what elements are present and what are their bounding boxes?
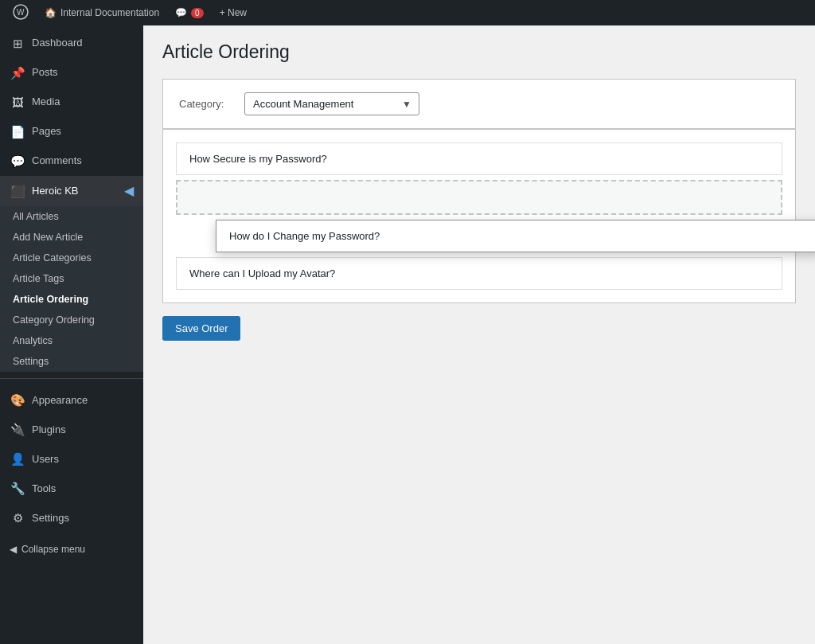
category-row: Category: Account Management Getting Sta… [163, 80, 795, 129]
articles-card: How Secure is my Password? How do I Chan… [162, 130, 796, 303]
sidebar-bottom-nav: 🎨 Appearance 🔌 Plugins 👤 Users 🔧 Tools ⚙… [0, 382, 143, 536]
comments-icon: 💬 [175, 7, 187, 18]
heroickb-icon: ⬛ [10, 183, 25, 200]
sidebar-item-plugins[interactable]: 🔌 Plugins [0, 415, 143, 444]
article-drag-container: How do I Change my Password? [176, 220, 782, 252]
page-title: Article Ordering [162, 41, 796, 63]
sidebar-label-plugins: Plugins [32, 423, 66, 437]
sidebar-item-posts[interactable]: 📌 Posts [0, 58, 143, 88]
heroickb-arrow-icon: ◀ [124, 182, 134, 200]
sidebar-label-heroickb: Heroic KB [32, 184, 79, 198]
sidebar-item-heroickb[interactable]: ⬛ Heroic KB ◀ [0, 176, 143, 206]
sidebar-label-users: Users [32, 452, 59, 466]
category-select[interactable]: Account Management Getting Started Billi… [244, 92, 419, 115]
sidebar-item-tools[interactable]: 🔧 Tools [0, 474, 143, 503]
article-item-3[interactable]: Where can I Upload my Avatar? [176, 257, 782, 290]
layout: ⊞ Dashboard 📌 Posts 🖼 Media 📄 Pages 💬 Co… [0, 25, 815, 644]
category-select-wrapper: Account Management Getting Started Billi… [244, 92, 419, 115]
sidebar-label-tools: Tools [32, 482, 56, 496]
plugins-icon: 🔌 [10, 421, 25, 438]
collapse-label: Collapse menu [21, 544, 85, 555]
collapse-icon: ◀ [10, 544, 17, 555]
sidebar-label-posts: Posts [32, 65, 58, 80]
admin-bar: W 🏠 Internal Documentation 💬 0 + New [0, 0, 815, 25]
article-drop-placeholder [176, 180, 782, 215]
sidebar-sub-analytics[interactable]: Analytics [0, 330, 143, 351]
new-button[interactable]: + New [213, 0, 253, 25]
appearance-icon: 🎨 [10, 392, 25, 408]
save-order-button[interactable]: Save Order [162, 316, 240, 341]
collapse-menu-button[interactable]: ◀ Collapse menu [0, 536, 143, 563]
sidebar-sub-article-categories[interactable]: Article Categories [0, 248, 143, 268]
comments-button[interactable]: 💬 0 [169, 0, 210, 25]
sidebar-main-nav: ⊞ Dashboard 📌 Posts 🖼 Media 📄 Pages 💬 Co… [0, 25, 143, 375]
sidebar-sub-add-new-article[interactable]: Add New Article [0, 227, 143, 248]
settings-icon: ⚙ [10, 509, 25, 526]
wp-logo-icon: W [13, 4, 29, 22]
dashboard-icon: ⊞ [10, 35, 25, 52]
sidebar-label-appearance: Appearance [32, 393, 88, 408]
sidebar-label-dashboard: Dashboard [32, 36, 83, 50]
new-label: + New [220, 7, 247, 18]
sidebar-item-pages[interactable]: 📄 Pages [0, 117, 143, 146]
article-title-3: Where can I Upload my Avatar? [189, 267, 335, 279]
sidebar-sub-article-tags[interactable]: Article Tags [0, 268, 143, 289]
sidebar-label-settings: Settings [32, 511, 69, 525]
article-item-2[interactable]: How do I Change my Password? [216, 220, 815, 252]
sidebar-label-media: Media [32, 95, 60, 109]
svg-text:W: W [17, 8, 25, 17]
comments-count: 0 [191, 8, 204, 18]
sidebar-item-comments[interactable]: 💬 Comments [0, 146, 143, 176]
sidebar-divider [0, 378, 143, 379]
tools-icon: 🔧 [10, 480, 25, 497]
sidebar-sub-settings[interactable]: Settings [0, 351, 143, 372]
sidebar-sub-all-articles[interactable]: All Articles [0, 206, 143, 227]
article-item-1[interactable]: How Secure is my Password? [176, 142, 782, 175]
comments-icon: 💬 [10, 153, 25, 170]
pages-icon: 📄 [10, 123, 25, 140]
article-title-2: How do I Change my Password? [229, 230, 380, 242]
sidebar: ⊞ Dashboard 📌 Posts 🖼 Media 📄 Pages 💬 Co… [0, 25, 143, 644]
category-label: Category: [179, 98, 235, 110]
posts-icon: 📌 [10, 64, 25, 81]
site-name: Internal Documentation [60, 7, 159, 18]
home-icon: 🏠 [45, 7, 57, 18]
sidebar-sub-article-ordering[interactable]: Article Ordering [0, 289, 143, 310]
media-icon: 🖼 [10, 94, 25, 111]
main-content: Article Ordering Category: Account Manag… [143, 25, 815, 644]
sidebar-item-settings[interactable]: ⚙ Settings [0, 503, 143, 533]
wp-logo-button[interactable]: W [6, 0, 35, 25]
heroickb-submenu: All Articles Add New Article Article Cat… [0, 206, 143, 372]
article-title-1: How Secure is my Password? [189, 153, 327, 165]
sidebar-item-dashboard[interactable]: ⊞ Dashboard [0, 29, 143, 58]
sidebar-item-appearance[interactable]: 🎨 Appearance [0, 385, 143, 415]
site-name-button[interactable]: 🏠 Internal Documentation [38, 0, 166, 25]
sidebar-item-users[interactable]: 👤 Users [0, 444, 143, 474]
sidebar-label-comments: Comments [32, 154, 82, 168]
users-icon: 👤 [10, 451, 25, 467]
sidebar-label-pages: Pages [32, 124, 61, 139]
category-card: Category: Account Management Getting Sta… [162, 79, 796, 130]
sidebar-sub-category-ordering[interactable]: Category Ordering [0, 310, 143, 330]
sidebar-item-media[interactable]: 🖼 Media [0, 88, 143, 117]
